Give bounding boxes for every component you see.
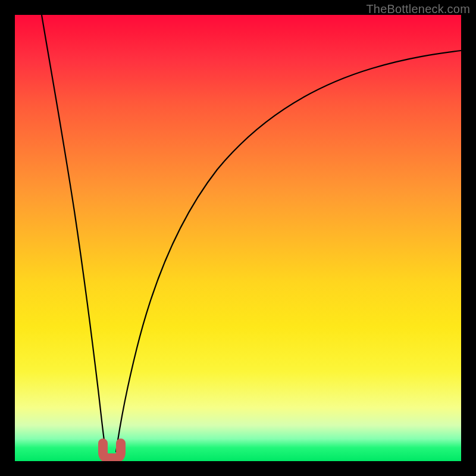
minimum-marker bbox=[103, 443, 121, 458]
watermark-text: TheBottleneck.com bbox=[366, 2, 470, 16]
curve-right-branch bbox=[116, 51, 461, 452]
curve-left-branch bbox=[42, 15, 106, 452]
outer-black-frame: TheBottleneck.com bbox=[0, 0, 476, 476]
chart-svg bbox=[15, 15, 461, 461]
plot-area bbox=[15, 15, 461, 461]
